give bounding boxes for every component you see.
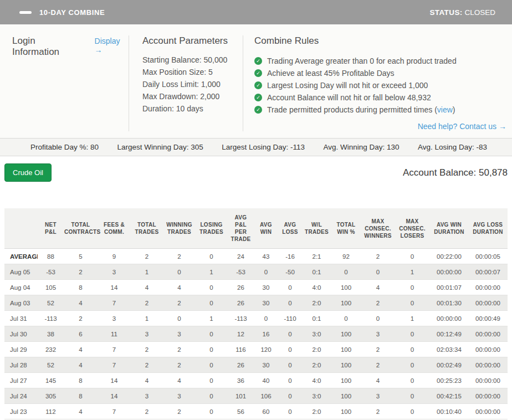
cell-value: 38 — [38, 326, 64, 342]
cell-value: 100 — [331, 326, 361, 342]
cell-value: 00:22:00 — [430, 249, 468, 264]
cell-value: 43 — [254, 249, 278, 264]
check-icon: ✓ — [254, 106, 262, 114]
cell-value: -53 — [38, 264, 64, 280]
cell-value: 7 — [98, 295, 131, 311]
cell-value: 0 — [196, 342, 227, 357]
cell-value: 4:0 — [303, 280, 331, 295]
cell-value: 0 — [395, 373, 430, 388]
cell-value: 2 — [163, 404, 196, 419]
cell-value: 40 — [254, 373, 278, 388]
cell-value: 26 — [227, 357, 254, 373]
rule-text: Trading Average greater than 0 for each … — [267, 55, 457, 67]
info-panels: Login Information Display → Account Para… — [0, 24, 512, 138]
cell-value: 12 — [227, 326, 254, 342]
cell-value: 9 — [98, 249, 131, 264]
cell-value: 8 — [64, 280, 98, 295]
cell-value: 7 — [98, 342, 131, 357]
cell-value: 11 — [98, 326, 131, 342]
contact-us-link[interactable]: Need help? Contact us → — [418, 122, 506, 131]
cell-value: 4 — [361, 373, 395, 388]
check-icon: ✓ — [254, 69, 262, 77]
product-tab-crude-oil[interactable]: Crude Oil — [4, 163, 52, 182]
rule-item: ✓Trade permitted products during permitt… — [254, 104, 508, 116]
cell-value: 0 — [361, 311, 395, 326]
cell-value: 30 — [254, 295, 278, 311]
cell-value: 00:01:30 — [430, 295, 468, 311]
cell-value: 14 — [98, 280, 131, 295]
parameter-item: Duration: 10 days — [142, 103, 243, 115]
cell-value: 100 — [331, 373, 361, 388]
account-parameters-panel: Account Parameters Starting Balance: 50,… — [129, 35, 243, 131]
cell-value: 2 — [163, 357, 196, 373]
cell-value: 2 — [361, 295, 395, 311]
cell-value: 0 — [278, 388, 303, 404]
cell-value: 16 — [254, 326, 278, 342]
rule-item: ✓Trading Average greater than 0 for each… — [254, 55, 508, 67]
cell-value: 36 — [227, 373, 254, 388]
cell-value: 100 — [331, 280, 361, 295]
cell-value: -16 — [278, 249, 303, 264]
cell-value: 92 — [331, 249, 361, 264]
login-information-title: Login Information — [12, 35, 83, 58]
cell-value: 0 — [196, 373, 227, 388]
cell-value: 2 — [131, 249, 163, 264]
cell-value: 2 — [131, 295, 163, 311]
cell-value: 3 — [131, 326, 163, 342]
cell-value: 0 — [395, 357, 430, 373]
cell-value: 0 — [278, 342, 303, 357]
combine-rules-list: ✓Trading Average greater than 0 for each… — [254, 55, 508, 116]
cell-value: 1 — [395, 264, 430, 280]
cell-value: 60 — [254, 404, 278, 419]
cell-value: 100 — [331, 404, 361, 419]
check-icon: ✓ — [254, 81, 262, 89]
combine-rules-title: Combine Rules — [254, 35, 508, 47]
cell-value: 00:00:00 — [468, 373, 508, 388]
table-row: Jul 31-11323101-1130-1100:100100:00:0000… — [4, 311, 508, 326]
cell-value: 2 — [361, 249, 395, 264]
cell-value: 2 — [131, 404, 163, 419]
cell-value: 00:00:05 — [468, 249, 508, 264]
column-header: WINNINGTRADES — [163, 208, 196, 249]
cell-value: 3:0 — [303, 326, 331, 342]
cell-value: 0 — [395, 342, 430, 357]
cell-value: 3 — [131, 388, 163, 404]
cell-value: 0 — [278, 404, 303, 419]
collapse-minus-icon[interactable] — [19, 11, 32, 14]
cell-value: 100 — [331, 295, 361, 311]
cell-value: 2 — [64, 264, 98, 280]
cell-value: 112 — [38, 404, 64, 419]
cell-value: 00:00:07 — [468, 264, 508, 280]
cell-value: 0 — [278, 280, 303, 295]
cell-value: 0 — [163, 311, 196, 326]
cell-value: 0 — [196, 388, 227, 404]
rule-text: Achieve at least 45% Profitable Days — [267, 67, 395, 79]
cell-value: 00:25:23 — [430, 373, 468, 388]
row-label: Aug 03 — [4, 295, 38, 311]
cell-value: 4 — [64, 357, 98, 373]
view-link[interactable]: view — [437, 105, 453, 114]
cell-value: 7 — [98, 404, 131, 419]
cell-value: 0:1 — [303, 311, 331, 326]
row-label: AVERAGE — [4, 249, 38, 264]
column-header: MAXCONSEC.WINNERS — [361, 208, 395, 249]
cell-value: 7 — [98, 357, 131, 373]
cell-value: 2 — [131, 357, 163, 373]
cell-value: 1 — [395, 311, 430, 326]
cell-value: 56 — [227, 404, 254, 419]
stat-item: Profitable Day %: 80 — [30, 143, 99, 151]
table-row: Jul 2430581433010110603:01003000:42:1500… — [4, 388, 508, 404]
cell-value: 52 — [38, 357, 64, 373]
cell-value: -53 — [227, 264, 254, 280]
cell-value: 00:00:00 — [468, 342, 508, 357]
column-header: AVG LOSSDURATION — [468, 208, 508, 249]
cell-value: 00:00:00 — [468, 326, 508, 342]
login-information-panel: Login Information Display → — [12, 35, 129, 131]
cell-value: 2 — [163, 342, 196, 357]
cell-value: 3 — [163, 326, 196, 342]
cell-value: 2 — [131, 342, 163, 357]
display-link[interactable]: Display → — [95, 37, 129, 54]
cell-value: 2:0 — [303, 295, 331, 311]
cell-value: 00:12:49 — [430, 326, 468, 342]
column-header-blank — [4, 208, 38, 249]
